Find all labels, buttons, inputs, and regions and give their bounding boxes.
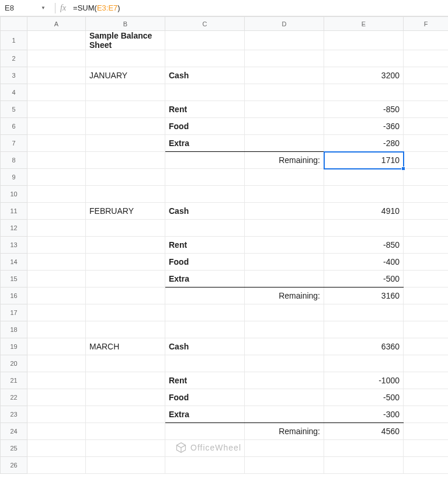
cell-C2[interactable]	[165, 50, 245, 67]
cell-C11[interactable]: Cash	[165, 203, 245, 220]
row-header-18[interactable]: 18	[1, 321, 27, 338]
cell-B18[interactable]	[86, 321, 165, 338]
row-header-17[interactable]: 17	[1, 304, 27, 321]
row-header-9[interactable]: 9	[1, 169, 27, 186]
cell-A9[interactable]	[27, 169, 86, 186]
cell-C25[interactable]	[165, 440, 245, 457]
cell-D22[interactable]	[245, 389, 324, 406]
cell-B17[interactable]	[86, 304, 165, 321]
cell-B19[interactable]: MARCH	[86, 338, 165, 355]
cell-B6[interactable]	[86, 118, 165, 135]
row-header-26[interactable]: 26	[1, 457, 27, 474]
cell-B24[interactable]	[86, 423, 165, 440]
cell-C14[interactable]: Food	[165, 254, 245, 271]
cell-F6[interactable]	[404, 118, 449, 135]
cell-E17[interactable]	[324, 304, 404, 321]
cell-E22[interactable]: -500	[324, 389, 404, 406]
cell-C18[interactable]	[165, 321, 245, 338]
cell-A10[interactable]	[27, 186, 86, 203]
cell-D7[interactable]	[245, 135, 324, 152]
cell-A14[interactable]	[27, 254, 86, 271]
cell-C9[interactable]	[165, 169, 245, 186]
cell-C16[interactable]	[165, 288, 245, 304]
cell-B12[interactable]	[86, 220, 165, 237]
cell-A12[interactable]	[27, 220, 86, 237]
cell-E8[interactable]: 1710	[324, 152, 404, 169]
cell-B8[interactable]	[86, 152, 165, 169]
row-header-3[interactable]: 3	[1, 67, 27, 84]
cell-B26[interactable]	[86, 457, 165, 474]
cell-F1[interactable]	[404, 31, 449, 50]
cell-D2[interactable]	[245, 50, 324, 67]
cell-A23[interactable]	[27, 406, 86, 423]
cell-A3[interactable]	[27, 67, 86, 84]
cell-D17[interactable]	[245, 304, 324, 321]
row-header-25[interactable]: 25	[1, 440, 27, 457]
cell-E23[interactable]: -300	[324, 406, 404, 423]
cell-F19[interactable]	[404, 338, 449, 355]
cell-E21[interactable]: -1000	[324, 372, 404, 389]
row-header-24[interactable]: 24	[1, 423, 27, 440]
cell-D4[interactable]	[245, 84, 324, 101]
spreadsheet-grid[interactable]: A B C D E F 1 Sample Balance Sheet 2	[0, 16, 448, 474]
cell-E20[interactable]	[324, 355, 404, 372]
cell-B15[interactable]	[86, 271, 165, 288]
cell-C17[interactable]	[165, 304, 245, 321]
cell-E24[interactable]: 4560	[324, 423, 404, 440]
cell-E13[interactable]: -850	[324, 237, 404, 254]
cell-A2[interactable]	[27, 50, 86, 67]
cell-C12[interactable]	[165, 220, 245, 237]
cell-F5[interactable]	[404, 101, 449, 118]
cell-F21[interactable]	[404, 372, 449, 389]
cell-A19[interactable]	[27, 338, 86, 355]
cell-E6[interactable]: -360	[324, 118, 404, 135]
cell-A16[interactable]	[27, 288, 86, 304]
cell-D18[interactable]	[245, 321, 324, 338]
cell-C22[interactable]: Food	[165, 389, 245, 406]
cell-A22[interactable]	[27, 389, 86, 406]
cell-E5[interactable]: -850	[324, 101, 404, 118]
cell-C1[interactable]	[165, 31, 245, 50]
cell-E19[interactable]: 6360	[324, 338, 404, 355]
cell-D21[interactable]	[245, 372, 324, 389]
cell-E12[interactable]	[324, 220, 404, 237]
cell-D24[interactable]: Remaining:	[245, 423, 324, 440]
cell-E14[interactable]: -400	[324, 254, 404, 271]
cell-C8[interactable]	[165, 152, 245, 169]
cell-E2[interactable]	[324, 50, 404, 67]
cell-F9[interactable]	[404, 169, 449, 186]
formula-input[interactable]: =SUM(E3:E7)	[73, 4, 448, 12]
cell-A13[interactable]	[27, 237, 86, 254]
cell-A5[interactable]	[27, 101, 86, 118]
row-header-10[interactable]: 10	[1, 186, 27, 203]
cell-B23[interactable]	[86, 406, 165, 423]
cell-B16[interactable]	[86, 288, 165, 304]
cell-F20[interactable]	[404, 355, 449, 372]
cell-B1[interactable]: Sample Balance Sheet	[86, 31, 165, 50]
cell-D9[interactable]	[245, 169, 324, 186]
cell-E16[interactable]: 3160	[324, 288, 404, 304]
cell-B22[interactable]	[86, 389, 165, 406]
cell-A7[interactable]	[27, 135, 86, 152]
cell-D25[interactable]	[245, 440, 324, 457]
col-header-F[interactable]: F	[404, 17, 449, 31]
cell-B9[interactable]	[86, 169, 165, 186]
cell-F11[interactable]	[404, 203, 449, 220]
cell-B20[interactable]	[86, 355, 165, 372]
cell-B2[interactable]	[86, 50, 165, 67]
cell-D3[interactable]	[245, 67, 324, 84]
row-header-2[interactable]: 2	[1, 50, 27, 67]
row-header-5[interactable]: 5	[1, 101, 27, 118]
cell-C3[interactable]: Cash	[165, 67, 245, 84]
cell-D14[interactable]	[245, 254, 324, 271]
cell-C23[interactable]: Extra	[165, 406, 245, 423]
cell-B3[interactable]: JANUARY	[86, 67, 165, 84]
cell-B10[interactable]	[86, 186, 165, 203]
corner-cell[interactable]	[1, 17, 27, 31]
row-header-7[interactable]: 7	[1, 135, 27, 152]
cell-F25[interactable]	[404, 440, 449, 457]
cell-B4[interactable]	[86, 84, 165, 101]
cell-E15[interactable]: -500	[324, 271, 404, 288]
cell-F12[interactable]	[404, 220, 449, 237]
cell-C4[interactable]	[165, 84, 245, 101]
